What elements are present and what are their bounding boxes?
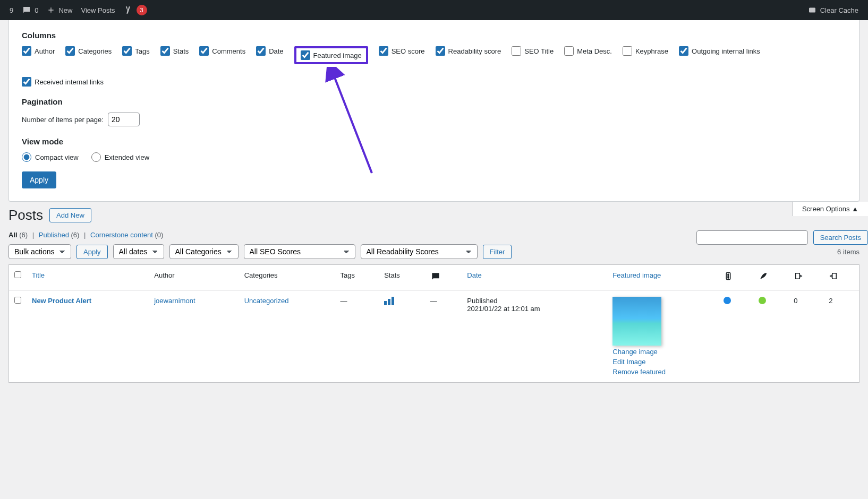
categories-filter[interactable]: All Categories bbox=[169, 244, 239, 259]
view-posts-link[interactable]: View Posts bbox=[76, 6, 119, 14]
screen-options-toggle[interactable]: Screen Options ▲ bbox=[792, 202, 868, 216]
column-checkbox-comments[interactable] bbox=[199, 46, 209, 56]
date-cell: Published 2021/01/22 at 12:01 am bbox=[462, 290, 607, 383]
svg-rect-0 bbox=[809, 8, 815, 13]
row-checkbox[interactable] bbox=[14, 297, 21, 304]
col-seo-score bbox=[718, 265, 753, 290]
bulk-actions-select[interactable]: Bulk actions bbox=[8, 244, 71, 259]
col-categories: Categories bbox=[239, 265, 335, 290]
column-toggle-seoscore[interactable]: SEO score bbox=[379, 46, 425, 56]
select-all-checkbox[interactable] bbox=[14, 271, 21, 278]
post-title-link[interactable]: New Product Alert bbox=[32, 297, 91, 305]
viewmode-heading: View mode bbox=[22, 137, 846, 146]
compact-view-option[interactable]: Compact view bbox=[22, 152, 79, 162]
col-date[interactable]: Date bbox=[467, 271, 481, 279]
column-checkbox-keyphrase[interactable] bbox=[623, 46, 632, 56]
dates-filter[interactable]: All dates bbox=[113, 244, 164, 259]
filter-cornerstone[interactable]: Cornerstone content bbox=[90, 231, 153, 239]
column-toggle-date[interactable]: Date bbox=[256, 46, 283, 56]
apply-screen-options-button[interactable]: Apply bbox=[22, 171, 56, 188]
extended-radio[interactable] bbox=[91, 152, 101, 162]
seo-dot-icon bbox=[724, 297, 731, 304]
bulk-apply-button[interactable]: Apply bbox=[76, 245, 108, 259]
yoast-notifications[interactable]: 3 bbox=[120, 5, 151, 15]
stats-bars-icon bbox=[384, 297, 394, 305]
col-tags: Tags bbox=[335, 265, 379, 290]
per-page-input[interactable] bbox=[108, 113, 140, 126]
column-checkbox-categories[interactable] bbox=[65, 46, 75, 56]
new-content[interactable]: New bbox=[42, 6, 76, 14]
column-checkbox-readability[interactable] bbox=[436, 46, 445, 56]
col-readability bbox=[753, 265, 788, 290]
column-checkbox-date[interactable] bbox=[256, 46, 266, 56]
featured-thumbnail[interactable] bbox=[612, 297, 661, 346]
column-toggle-stats[interactable]: Stats bbox=[160, 46, 189, 56]
screen-options-panel: Columns AuthorCategoriesTagsStatsComment… bbox=[8, 20, 860, 202]
edit-image-link[interactable]: Edit Image bbox=[612, 358, 713, 366]
column-toggle-keyphrase[interactable]: Keyphrase bbox=[623, 46, 668, 56]
col-featured[interactable]: Featured image bbox=[612, 271, 661, 279]
extended-view-option[interactable]: Extended view bbox=[91, 152, 150, 162]
column-toggle-received[interactable]: Received internal links bbox=[22, 77, 104, 87]
stats-cell[interactable] bbox=[379, 290, 424, 383]
column-toggle-metadesc[interactable]: Meta Desc. bbox=[564, 46, 612, 56]
column-toggle-outgoing[interactable]: Outgoing internal links bbox=[679, 46, 760, 56]
comment-icon bbox=[430, 271, 441, 282]
col-stats: Stats bbox=[379, 265, 424, 290]
admin-bar: 9 0 New View Posts 3 Clear Cache bbox=[0, 0, 868, 20]
per-page-label: Number of items per page: bbox=[22, 116, 104, 124]
incoming-icon bbox=[829, 271, 838, 281]
pagination-heading: Pagination bbox=[22, 97, 846, 106]
columns-heading: Columns bbox=[22, 31, 846, 40]
feather-icon bbox=[759, 271, 768, 281]
search-posts-button[interactable]: Search Posts bbox=[813, 230, 868, 245]
outgoing-icon bbox=[794, 271, 803, 281]
column-checkbox-seotitle[interactable] bbox=[512, 46, 521, 56]
plus-icon bbox=[47, 6, 55, 14]
column-checkbox-author[interactable] bbox=[22, 46, 31, 56]
column-toggle-categories[interactable]: Categories bbox=[65, 46, 112, 56]
column-checkbox-metadesc[interactable] bbox=[564, 46, 574, 56]
compact-radio[interactable] bbox=[22, 152, 31, 162]
svg-point-3 bbox=[728, 274, 729, 275]
add-new-button[interactable]: Add New bbox=[49, 208, 91, 222]
clear-cache-button[interactable]: Clear Cache bbox=[803, 5, 863, 15]
author-link[interactable]: joewarnimont bbox=[154, 297, 195, 305]
seo-scores-filter[interactable]: All SEO Scores bbox=[244, 244, 355, 259]
column-toggle-author[interactable]: Author bbox=[22, 46, 55, 56]
column-checkbox-featured[interactable] bbox=[301, 50, 310, 60]
column-checkbox-tags[interactable] bbox=[122, 46, 132, 56]
table-row: New Product Alert joewarnimont Uncategor… bbox=[9, 290, 860, 383]
col-incoming-links bbox=[823, 265, 859, 290]
readability-dot-icon bbox=[759, 297, 766, 304]
column-toggle-comments[interactable]: Comments bbox=[199, 46, 245, 56]
column-toggle-tags[interactable]: Tags bbox=[122, 46, 149, 56]
search-input[interactable] bbox=[696, 230, 808, 245]
featured-image-cell: Change image Edit Image Remove featured bbox=[607, 290, 718, 383]
filter-button[interactable]: Filter bbox=[483, 245, 512, 259]
column-toggle-featured[interactable]: Featured image bbox=[301, 50, 362, 60]
yoast-icon bbox=[124, 5, 133, 15]
site-count[interactable]: 9 bbox=[5, 6, 18, 14]
column-toggle-readability[interactable]: Readability score bbox=[436, 46, 501, 56]
remove-featured-link[interactable]: Remove featured bbox=[612, 368, 713, 376]
filter-all[interactable]: All bbox=[8, 231, 18, 239]
readability-cell bbox=[753, 290, 788, 383]
column-toggle-seotitle[interactable]: SEO Title bbox=[512, 46, 554, 56]
column-checkbox-outgoing[interactable] bbox=[679, 46, 688, 56]
svg-point-5 bbox=[728, 277, 729, 278]
tags-cell: — bbox=[335, 290, 379, 383]
col-outgoing-links bbox=[788, 265, 823, 290]
column-checkbox-seoscore[interactable] bbox=[379, 46, 388, 56]
comment-icon bbox=[22, 5, 31, 15]
readability-filter[interactable]: All Readability Scores bbox=[361, 244, 478, 259]
comments-bubble[interactable]: 0 bbox=[18, 5, 42, 15]
change-image-link[interactable]: Change image bbox=[612, 348, 713, 356]
outgoing-count: 0 bbox=[788, 290, 823, 383]
filter-published[interactable]: Published bbox=[39, 231, 69, 239]
col-author: Author bbox=[149, 265, 239, 290]
col-title[interactable]: Title bbox=[32, 271, 45, 279]
column-checkbox-received[interactable] bbox=[22, 77, 31, 87]
category-link[interactable]: Uncategorized bbox=[244, 297, 289, 305]
column-checkbox-stats[interactable] bbox=[160, 46, 170, 56]
